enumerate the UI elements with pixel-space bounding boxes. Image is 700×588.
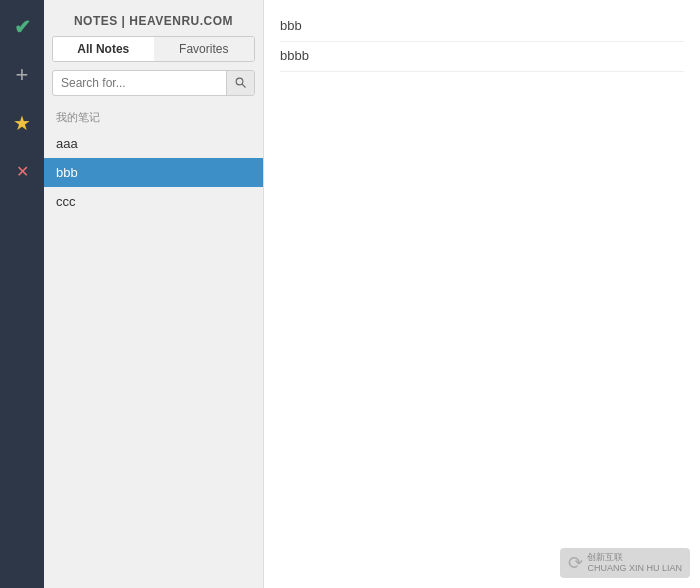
notes-list: 我的笔记 aaa bbb ccc	[44, 104, 263, 588]
svg-point-0	[236, 78, 243, 85]
watermark: ⟳ 创新互联 CHUANG XIN HU LIAN	[560, 548, 690, 578]
note-line-2: bbbb	[280, 42, 684, 72]
watermark-icon: ⟳	[568, 552, 583, 574]
tab-favorites[interactable]: Favorites	[154, 37, 255, 61]
watermark-text: 创新互联 CHUANG XIN HU LIAN	[587, 552, 682, 574]
app-title: NOTES | HEAVENRU.COM	[44, 0, 263, 36]
watermark-line1: 创新互联	[587, 552, 682, 563]
note-item-bbb[interactable]: bbb	[44, 158, 263, 187]
tab-bar: All Notes Favorites	[52, 36, 255, 62]
check-icon[interactable]: ✔	[7, 12, 37, 42]
main-content: bbb bbbb	[264, 0, 700, 588]
notebook-label: 我的笔记	[44, 104, 263, 129]
plus-icon[interactable]: +	[7, 60, 37, 90]
svg-line-1	[242, 84, 245, 87]
star-icon[interactable]: ★	[7, 108, 37, 138]
note-item-ccc[interactable]: ccc	[44, 187, 263, 216]
notes-panel: NOTES | HEAVENRU.COM All Notes Favorites…	[44, 0, 264, 588]
sidebar: ✔ + ★ ✕	[0, 0, 44, 588]
search-icon	[235, 77, 247, 89]
watermark-line2: CHUANG XIN HU LIAN	[587, 563, 682, 574]
note-item-aaa[interactable]: aaa	[44, 129, 263, 158]
note-content-area: bbb bbbb	[264, 0, 700, 588]
tab-all-notes[interactable]: All Notes	[53, 37, 154, 61]
search-input[interactable]	[53, 71, 226, 95]
search-bar	[52, 70, 255, 96]
search-button[interactable]	[226, 71, 254, 95]
close-icon[interactable]: ✕	[7, 156, 37, 186]
note-line-1: bbb	[280, 12, 684, 42]
